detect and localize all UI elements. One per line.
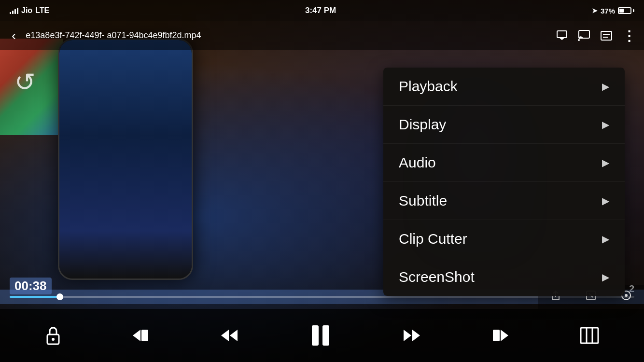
subtitles-icon xyxy=(600,29,613,42)
subtitles-button[interactable] xyxy=(600,29,613,42)
top-icon-group: ⋮ xyxy=(556,28,636,44)
signal-bars xyxy=(10,7,18,14)
svg-rect-4 xyxy=(601,31,612,40)
skip-next-icon xyxy=(492,327,509,344)
svg-marker-15 xyxy=(221,330,229,341)
menu-item-clip-cutter[interactable]: Clip Cutter ▶ xyxy=(383,220,625,258)
svg-rect-23 xyxy=(581,328,598,343)
menu-item-audio-label: Audio xyxy=(399,154,436,171)
battery-tip xyxy=(633,9,634,12)
battery-body xyxy=(618,7,631,14)
skip-next-button[interactable] xyxy=(488,323,513,348)
phone-silhouette xyxy=(58,39,193,280)
context-menu: Playback ▶ Display ▶ Audio ▶ Subtitle ▶ … xyxy=(383,68,625,296)
svg-marker-21 xyxy=(501,330,508,341)
aspect-ratio-icon xyxy=(580,327,599,344)
menu-item-display[interactable]: Display ▶ xyxy=(383,106,625,144)
menu-item-playback-chevron: ▶ xyxy=(602,81,609,92)
menu-item-screenshot-chevron: ▶ xyxy=(602,271,609,283)
svg-point-12 xyxy=(52,338,55,341)
svg-point-3 xyxy=(578,39,580,41)
bottom-controls xyxy=(0,309,644,362)
signal-bar-3 xyxy=(14,9,16,14)
phone-screen xyxy=(59,40,192,278)
battery-percent: 37% xyxy=(601,7,615,15)
back-button[interactable]: ‹ xyxy=(8,26,20,45)
svg-marker-19 xyxy=(404,330,411,341)
svg-rect-18 xyxy=(322,325,329,346)
nav-icon: ➤ xyxy=(592,7,598,14)
svg-marker-13 xyxy=(133,330,140,341)
signal-bar-4 xyxy=(17,8,18,14)
status-time: 3:47 PM xyxy=(305,6,336,15)
menu-item-display-chevron: ▶ xyxy=(602,119,609,130)
svg-rect-17 xyxy=(312,325,319,346)
svg-marker-1 xyxy=(559,38,565,40)
airplay-icon xyxy=(556,29,568,42)
status-bar: Jio LTE 3:47 PM ➤ 37% xyxy=(0,0,644,21)
svg-marker-16 xyxy=(230,330,238,341)
pause-button[interactable] xyxy=(306,320,335,351)
skip-prev-button[interactable] xyxy=(128,323,153,348)
skip-prev-icon xyxy=(132,327,149,344)
svg-rect-22 xyxy=(493,330,500,341)
svg-marker-20 xyxy=(412,330,420,341)
menu-item-screenshot-label: ScreenShot xyxy=(399,269,475,285)
signal-bar-1 xyxy=(10,12,11,14)
progress-thumb[interactable] xyxy=(56,293,63,300)
menu-item-screenshot[interactable]: ScreenShot ▶ xyxy=(383,258,625,296)
menu-item-playback-label: Playback xyxy=(399,78,458,95)
menu-item-display-label: Display xyxy=(399,116,446,133)
menu-item-clip-cutter-chevron: ▶ xyxy=(602,233,609,245)
signal-bar-2 xyxy=(12,11,14,14)
fast-forward-button[interactable] xyxy=(398,323,426,348)
top-bar: ‹ e13a8e3f-742f-449f- a071-94bc4e9fbf2d.… xyxy=(0,21,644,50)
airplay-button[interactable] xyxy=(556,29,568,42)
network-type: LTE xyxy=(35,6,49,15)
lock-icon xyxy=(45,326,61,345)
rewind-button[interactable] xyxy=(215,323,243,348)
carrier-label: Jio xyxy=(21,6,32,15)
battery-indicator xyxy=(618,7,634,14)
cast-icon xyxy=(578,29,590,42)
menu-item-subtitle-label: Subtitle xyxy=(399,193,447,209)
cast-button[interactable] xyxy=(578,29,590,42)
svg-rect-0 xyxy=(557,31,567,38)
menu-item-audio[interactable]: Audio ▶ xyxy=(383,144,625,182)
status-left: Jio LTE xyxy=(10,6,49,15)
menu-item-subtitle[interactable]: Subtitle ▶ xyxy=(383,182,625,220)
svg-point-10 xyxy=(625,294,628,297)
progress-fill xyxy=(10,296,60,298)
status-right: ➤ 37% xyxy=(592,7,634,15)
menu-item-clip-cutter-label: Clip Cutter xyxy=(399,231,467,247)
video-title: e13a8e3f-742f-449f- a071-94bc4e9fbf2d.mp… xyxy=(26,30,550,41)
more-options-button[interactable]: ⋮ xyxy=(622,28,636,44)
menu-item-subtitle-chevron: ▶ xyxy=(602,195,609,207)
fast-forward-icon xyxy=(402,327,422,344)
replay-button[interactable]: ↺ xyxy=(14,68,36,97)
menu-item-playback[interactable]: Playback ▶ xyxy=(383,68,625,106)
aspect-ratio-button[interactable] xyxy=(576,323,603,348)
svg-rect-14 xyxy=(141,330,148,341)
battery-fill xyxy=(619,9,624,13)
rewind-icon xyxy=(219,327,239,344)
lock-button[interactable] xyxy=(41,322,65,349)
menu-item-audio-chevron: ▶ xyxy=(602,157,609,168)
pause-icon xyxy=(310,323,331,348)
